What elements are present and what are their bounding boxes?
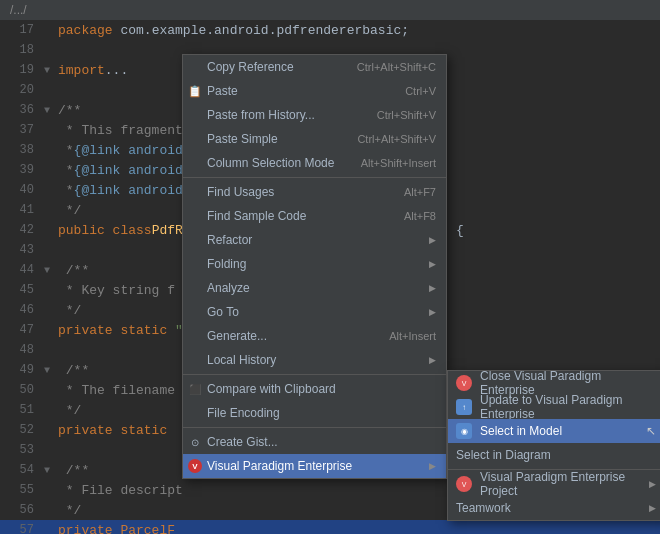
menu-item-vp[interactable]: V Visual Paradigm Enterprise <box>183 454 446 478</box>
menu-item-paste-history[interactable]: Paste from History... Ctrl+Shift+V <box>183 103 446 127</box>
menu-item-compare-clipboard[interactable]: ⬛ Compare with Clipboard <box>183 377 446 401</box>
menu-item-file-encoding[interactable]: File Encoding <box>183 401 446 425</box>
separator-3 <box>183 427 446 428</box>
cursor: ↖ <box>646 424 656 438</box>
vp-submenu-update[interactable]: ↑ Update to Visual Paradigm Enterprise <box>448 395 660 419</box>
vp-submenu: V Close Visual Paradigm Enterprise ↑ Upd… <box>447 370 660 521</box>
vp-close-icon: V <box>456 375 472 391</box>
vp-submenu-close[interactable]: V Close Visual Paradigm Enterprise <box>448 371 660 395</box>
menu-item-column-selection[interactable]: Column Selection Mode Alt+Shift+Insert <box>183 151 446 175</box>
vp-menu-icon: V <box>187 458 203 474</box>
breadcrumb: /.../ <box>10 3 27 17</box>
paste-icon: 📋 <box>187 83 203 99</box>
menu-item-find-usages[interactable]: Find Usages Alt+F7 <box>183 180 446 204</box>
menu-item-paste[interactable]: 📋 Paste Ctrl+V <box>183 79 446 103</box>
gist-icon: ⊙ <box>187 434 203 450</box>
compare-icon: ⬛ <box>187 381 203 397</box>
menu-item-refactor[interactable]: Refactor <box>183 228 446 252</box>
header-bar: /.../ <box>0 0 660 20</box>
menu-item-find-sample[interactable]: Find Sample Code Alt+F8 <box>183 204 446 228</box>
menu-item-generate[interactable]: Generate... Alt+Insert <box>183 324 446 348</box>
menu-item-create-gist[interactable]: ⊙ Create Gist... <box>183 430 446 454</box>
menu-item-folding[interactable]: Folding <box>183 252 446 276</box>
separator-2 <box>183 374 446 375</box>
vp-project-icon: V <box>456 476 472 492</box>
vp-submenu-project[interactable]: V Visual Paradigm Enterprise Project <box>448 472 660 496</box>
menu-item-goto[interactable]: Go To <box>183 300 446 324</box>
menu-item-paste-simple[interactable]: Paste Simple Ctrl+Alt+Shift+V <box>183 127 446 151</box>
vp-model-icon: ◉ <box>456 423 472 439</box>
menu-item-analyze[interactable]: Analyze <box>183 276 446 300</box>
vp-submenu-select-model[interactable]: ◉ Select in Model ↖ <box>448 419 660 443</box>
separator-1 <box>183 177 446 178</box>
vp-submenu-teamwork[interactable]: Teamwork <box>448 496 660 520</box>
vp-update-icon: ↑ <box>456 399 472 415</box>
menu-item-copy-reference[interactable]: Copy Reference Ctrl+Alt+Shift+C <box>183 55 446 79</box>
menu-item-local-history[interactable]: Local History <box>183 348 446 372</box>
vp-submenu-select-diagram[interactable]: Select in Diagram <box>448 443 660 467</box>
code-line-17: 17 package com.example.android.pdfrender… <box>0 20 660 40</box>
code-line-57: 57 private ParcelF <box>0 520 660 534</box>
context-menu: Copy Reference Ctrl+Alt+Shift+C 📋 Paste … <box>182 54 447 479</box>
